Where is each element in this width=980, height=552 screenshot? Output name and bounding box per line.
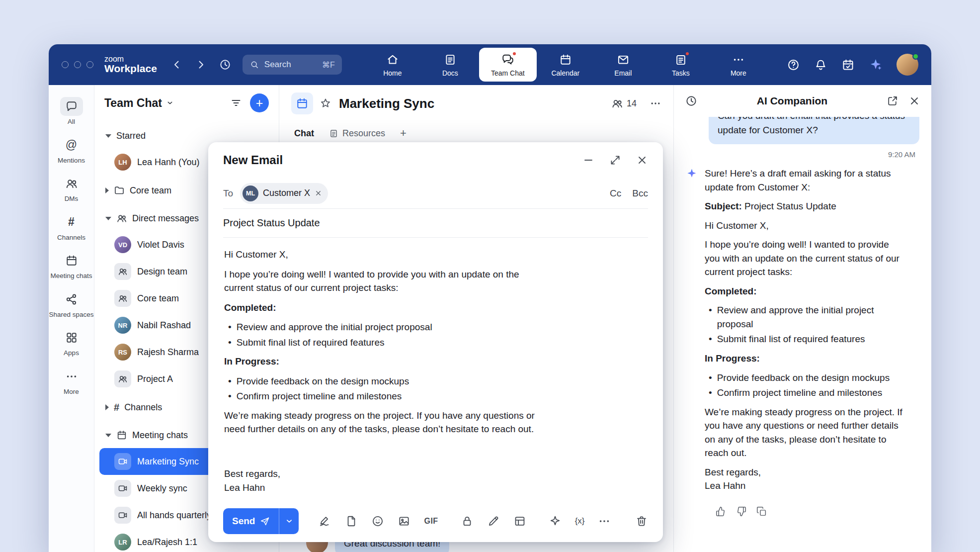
people-icon (116, 213, 127, 224)
rail-item-meeting-chats[interactable]: Meeting chats (49, 246, 94, 285)
notifications-bell-icon[interactable] (814, 58, 827, 72)
ai-bullet: Confirm project timeline and milestones (705, 386, 906, 400)
open-in-new-window-icon[interactable] (887, 95, 898, 107)
email-body-editor[interactable]: Hi Customer X, I hope you’re doing well!… (223, 238, 551, 500)
subject-input[interactable]: Project Status Update (223, 209, 648, 238)
nav-email[interactable]: Email (594, 44, 652, 85)
search-placeholder: Search (264, 60, 291, 70)
home-icon (386, 53, 400, 67)
tab-chat[interactable]: Chat (294, 122, 314, 145)
chat-list-title[interactable]: Team Chat (104, 96, 174, 110)
new-chat-button[interactable]: + (250, 93, 269, 112)
member-count[interactable]: 14 (611, 97, 637, 109)
bcc-button[interactable]: Bcc (632, 188, 648, 199)
rail-item-all[interactable]: All (49, 92, 94, 131)
meeting-chat-icon (114, 507, 131, 524)
attach-file-icon[interactable] (345, 515, 358, 528)
hash-icon: # (114, 402, 119, 413)
meeting-icon (116, 430, 127, 441)
rail-item-dms[interactable]: DMs (49, 169, 94, 208)
send-button[interactable]: Send (223, 508, 279, 534)
minimize-icon[interactable] (582, 154, 594, 166)
edit-pencil-icon[interactable] (487, 515, 500, 528)
avatar: LH (114, 154, 131, 171)
signature-icon[interactable] (319, 515, 331, 528)
send-options-button[interactable] (279, 508, 299, 534)
send-plane-icon (260, 516, 270, 526)
close-icon[interactable] (636, 154, 648, 166)
calendar-icon (559, 53, 572, 67)
logo-workplace: Workplace (104, 63, 157, 75)
rail-item-apps[interactable]: Apps (49, 323, 94, 362)
channels-hash-icon: # (60, 213, 83, 232)
rail-item-more[interactable]: More (49, 362, 94, 401)
nav-tasks[interactable]: Tasks (652, 44, 710, 85)
to-label: To (223, 188, 233, 199)
nav-calendar[interactable]: Calendar (537, 44, 594, 85)
filter-icon[interactable] (230, 97, 242, 109)
encrypt-lock-icon[interactable] (461, 515, 474, 528)
team-chat-notification-dot (512, 51, 517, 56)
chat-title: Marketing Sync (339, 96, 434, 111)
thumbs-up-icon[interactable] (716, 506, 726, 517)
rail-item-channels[interactable]: # Channels (49, 208, 94, 247)
email-icon (616, 53, 630, 67)
ai-in-progress-label: In Progress: (705, 352, 906, 366)
variables-icon[interactable]: {x} (575, 516, 585, 526)
email-completed-label: Completed: (224, 301, 550, 315)
folder-icon (114, 185, 125, 196)
forward-icon[interactable] (195, 59, 207, 71)
ai-intro: Sure! Here’s a draft email asking for a … (705, 167, 906, 194)
close-panel-icon[interactable] (908, 95, 920, 107)
window-controls (62, 61, 93, 68)
ai-history-icon[interactable] (685, 94, 698, 107)
calendar-today-icon[interactable] (841, 58, 855, 72)
minimize-window-button[interactable] (74, 61, 81, 68)
caret-right-icon (105, 404, 109, 410)
group-avatar-icon (114, 290, 131, 307)
more-dots-icon (60, 367, 83, 386)
avatar: LR (114, 534, 131, 551)
email-intro: I hope you’re doing well! I wanted to pr… (224, 268, 550, 295)
email-bullet: Submit final list of required features (224, 336, 550, 350)
resources-doc-icon (329, 129, 338, 138)
tab-resources[interactable]: Resources (329, 122, 385, 145)
star-icon[interactable] (319, 97, 332, 110)
docs-icon (443, 53, 457, 67)
nav-home[interactable]: Home (364, 44, 421, 85)
discard-trash-icon[interactable] (635, 515, 648, 528)
email-bullet: Review and approve the initial project p… (224, 320, 550, 334)
close-window-button[interactable] (62, 61, 69, 68)
rail-item-mentions[interactable]: @ Mentions (49, 131, 94, 170)
gif-icon[interactable]: GIF (424, 517, 438, 526)
ai-closing: We’re making steady progress on the proj… (705, 405, 906, 460)
copy-icon[interactable] (756, 506, 767, 517)
nav-team-chat[interactable]: Team Chat (479, 48, 537, 82)
mention-icon: @ (60, 136, 83, 155)
online-status-dot (912, 53, 919, 60)
back-icon[interactable] (171, 59, 183, 71)
fullscreen-window-button[interactable] (86, 61, 93, 68)
recipient-chip[interactable]: ML Customer X (240, 183, 328, 204)
rail-item-shared-spaces[interactable]: Shared spaces (49, 285, 94, 324)
thumbs-down-icon[interactable] (736, 506, 746, 517)
history-icon[interactable] (219, 58, 232, 71)
insert-image-icon[interactable] (398, 515, 410, 528)
cc-button[interactable]: Cc (610, 188, 621, 199)
more-options-icon[interactable] (598, 515, 611, 528)
search-icon (249, 60, 259, 70)
ai-companion-sparkle-icon[interactable] (869, 58, 883, 72)
emoji-icon[interactable] (371, 515, 384, 528)
ai-assist-sparkle-icon[interactable] (549, 515, 562, 528)
user-avatar[interactable] (897, 54, 918, 76)
chevron-down-icon (166, 99, 174, 107)
help-icon[interactable] (787, 58, 800, 72)
expand-icon[interactable] (609, 154, 621, 166)
nav-docs[interactable]: Docs (421, 44, 479, 85)
search-input[interactable]: Search ⌘F (243, 55, 342, 75)
tab-add-button[interactable]: + (400, 122, 407, 145)
nav-more[interactable]: More (710, 44, 767, 85)
template-icon[interactable] (513, 515, 526, 528)
chat-options-icon[interactable] (650, 97, 661, 109)
remove-recipient-icon[interactable] (315, 189, 322, 197)
